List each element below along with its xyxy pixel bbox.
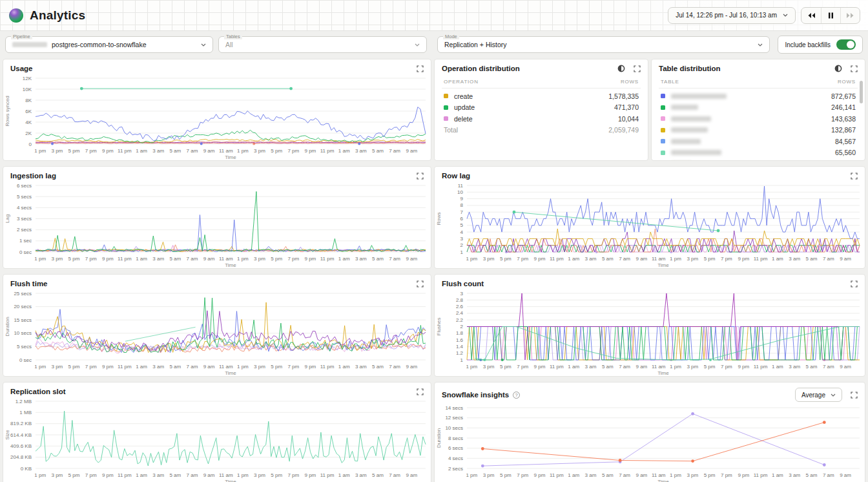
table-row[interactable]: 872,675 bbox=[661, 90, 856, 102]
chevron-down-icon bbox=[201, 43, 206, 47]
table-header: TABLEROWS bbox=[659, 76, 858, 89]
svg-text:6K: 6K bbox=[25, 109, 32, 114]
svg-text:9 pm: 9 pm bbox=[534, 364, 546, 370]
pie-chart-icon[interactable] bbox=[617, 65, 625, 72]
svg-text:5 pm: 5 pm bbox=[704, 256, 716, 262]
ingestion-lag-chart[interactable]: 0 sec1 sec2 secs3 secs4 secs5 secs6 secs… bbox=[3, 181, 431, 269]
table-row[interactable]: 246,141 bbox=[661, 102, 856, 114]
expand-icon[interactable] bbox=[851, 173, 858, 180]
svg-text:15 secs: 15 secs bbox=[14, 317, 32, 323]
scrollbar[interactable] bbox=[860, 81, 863, 103]
expand-icon[interactable] bbox=[417, 280, 424, 288]
flush-count-chart[interactable]: 11.21.41.61.822.22.42.62.831 pm3 pm5 pm7… bbox=[435, 289, 865, 377]
svg-text:1: 1 bbox=[460, 249, 464, 255]
pipeline-select[interactable]: Pipeline postgres-common-to-snowflake bbox=[5, 36, 213, 53]
help-icon[interactable]: ? bbox=[513, 392, 520, 399]
svg-text:1 pm: 1 pm bbox=[466, 364, 477, 370]
svg-text:2.8: 2.8 bbox=[456, 297, 464, 303]
expand-icon[interactable] bbox=[417, 173, 424, 180]
snowflake-insights-panel: Snowflake insights ? Average 2 secs4 sec… bbox=[434, 382, 865, 482]
legend-swatch bbox=[444, 105, 448, 110]
expand-icon[interactable] bbox=[417, 388, 424, 395]
pie-chart-icon[interactable] bbox=[834, 65, 842, 72]
table-row[interactable]: 84,567 bbox=[661, 136, 856, 147]
svg-text:Lag: Lag bbox=[5, 215, 10, 223]
svg-text:9 am: 9 am bbox=[203, 364, 215, 370]
replication-slot-chart[interactable]: 0 KB204.8 KB409.6 KB614.4 KB819.2 KB1 MB… bbox=[3, 397, 431, 482]
svg-text:10 secs: 10 secs bbox=[445, 425, 463, 431]
include-backfills-toggle[interactable]: Include backfills bbox=[778, 36, 863, 54]
table-row[interactable]: 65,560 bbox=[661, 147, 856, 159]
svg-text:3 am: 3 am bbox=[152, 148, 164, 154]
table-row[interactable]: create1,578,335 bbox=[444, 90, 639, 102]
expand-icon[interactable] bbox=[851, 65, 858, 72]
expand-icon[interactable] bbox=[634, 65, 641, 72]
svg-text:3 pm: 3 pm bbox=[254, 148, 265, 154]
svg-text:3 am: 3 am bbox=[152, 472, 164, 478]
flush-time-chart[interactable]: 0 sec5 secs10 secs15 secs20 secs25 secs1… bbox=[3, 289, 431, 377]
svg-text:5 pm: 5 pm bbox=[704, 364, 716, 370]
table-row[interactable]: update471,370 bbox=[444, 102, 639, 114]
svg-text:7 pm: 7 pm bbox=[85, 472, 97, 478]
svg-text:7 pm: 7 pm bbox=[85, 148, 97, 154]
snowflake-insights-chart[interactable]: 2 secs4 secs6 secs8 secs10 secs12 secs14… bbox=[435, 403, 865, 482]
operation-distribution-panel: Operation distribution OPERATIONROWS cre… bbox=[434, 59, 648, 161]
svg-text:9 am: 9 am bbox=[840, 256, 851, 262]
row-lag-panel: Row lag 12345678910111 pm3 pm5 pm7 pm9 p… bbox=[434, 166, 865, 269]
svg-text:11 am: 11 am bbox=[652, 472, 666, 478]
tables-select[interactable]: Tables All bbox=[218, 36, 427, 53]
date-range-picker[interactable]: Jul 14, 12:26 pm - Jul 16, 10:13 am bbox=[668, 7, 796, 24]
svg-text:5 am: 5 am bbox=[169, 472, 181, 478]
svg-text:1: 1 bbox=[460, 357, 464, 363]
chevron-down-icon bbox=[831, 393, 836, 397]
svg-text:5 am: 5 am bbox=[372, 148, 384, 154]
svg-text:8 secs: 8 secs bbox=[448, 435, 463, 441]
svg-text:7: 7 bbox=[460, 209, 464, 215]
svg-text:1 pm: 1 pm bbox=[670, 256, 681, 262]
svg-text:Time: Time bbox=[225, 370, 236, 376]
svg-text:4K: 4K bbox=[25, 120, 32, 125]
svg-text:25 secs: 25 secs bbox=[14, 291, 32, 297]
svg-text:7 am: 7 am bbox=[389, 364, 400, 370]
legend-swatch bbox=[444, 116, 448, 121]
row-lag-chart[interactable]: 12345678910111 pm3 pm5 pm7 pm9 pm11 pm1 … bbox=[435, 181, 865, 269]
table-row[interactable]: 143,638 bbox=[661, 113, 856, 125]
panel-title: Operation distribution bbox=[442, 65, 520, 72]
table-row[interactable]: 132,867 bbox=[661, 125, 856, 136]
svg-text:9 pm: 9 pm bbox=[305, 256, 316, 262]
rewind-button[interactable] bbox=[801, 8, 821, 23]
analytics-dashboard: Analytics Jul 14, 12:26 pm - Jul 16, 10:… bbox=[0, 0, 868, 482]
svg-text:9 am: 9 am bbox=[840, 364, 851, 370]
svg-text:11 pm: 11 pm bbox=[754, 364, 768, 370]
legend-swatch bbox=[444, 94, 448, 98]
usage-chart[interactable]: 02K4K6K8K10K12K1 pm3 pm5 pm7 pm9 pm11 pm… bbox=[3, 74, 431, 161]
svg-text:3 pm: 3 pm bbox=[52, 148, 63, 154]
svg-text:0 sec: 0 sec bbox=[19, 357, 32, 363]
pipeline-value: postgres-common-to-snowflake bbox=[52, 41, 146, 48]
expand-icon[interactable] bbox=[417, 65, 424, 72]
legend-swatch bbox=[661, 94, 665, 98]
svg-text:5 am: 5 am bbox=[372, 472, 384, 478]
svg-text:7 am: 7 am bbox=[619, 364, 630, 370]
rewind-icon bbox=[807, 12, 816, 19]
svg-text:9 pm: 9 pm bbox=[534, 472, 546, 478]
svg-text:11 pm: 11 pm bbox=[118, 364, 132, 370]
svg-text:5 pm: 5 pm bbox=[68, 472, 80, 478]
svg-text:1 pm: 1 pm bbox=[237, 256, 249, 262]
table-row[interactable]: 65,073 bbox=[661, 158, 856, 161]
fast-forward-button[interactable] bbox=[840, 8, 860, 23]
svg-text:204.8 KB: 204.8 KB bbox=[10, 454, 32, 460]
filter-bar: Pipeline postgres-common-to-snowflake Ta… bbox=[0, 31, 868, 59]
expand-icon[interactable] bbox=[851, 280, 858, 288]
expand-icon[interactable] bbox=[851, 392, 858, 399]
mode-select[interactable]: Mode Replication + History bbox=[437, 36, 770, 53]
svg-text:7 pm: 7 pm bbox=[721, 256, 732, 262]
pause-button[interactable] bbox=[821, 8, 840, 23]
svg-text:1.2: 1.2 bbox=[456, 350, 464, 356]
svg-text:Time: Time bbox=[657, 479, 669, 482]
svg-text:9 am: 9 am bbox=[840, 472, 851, 478]
svg-text:2K: 2K bbox=[25, 131, 32, 136]
aggregation-select[interactable]: Average bbox=[795, 388, 842, 402]
usage-panel: Usage 02K4K6K8K10K12K1 pm3 pm5 pm7 pm9 p… bbox=[3, 59, 431, 161]
table-row[interactable]: delete10,044 bbox=[444, 113, 639, 125]
